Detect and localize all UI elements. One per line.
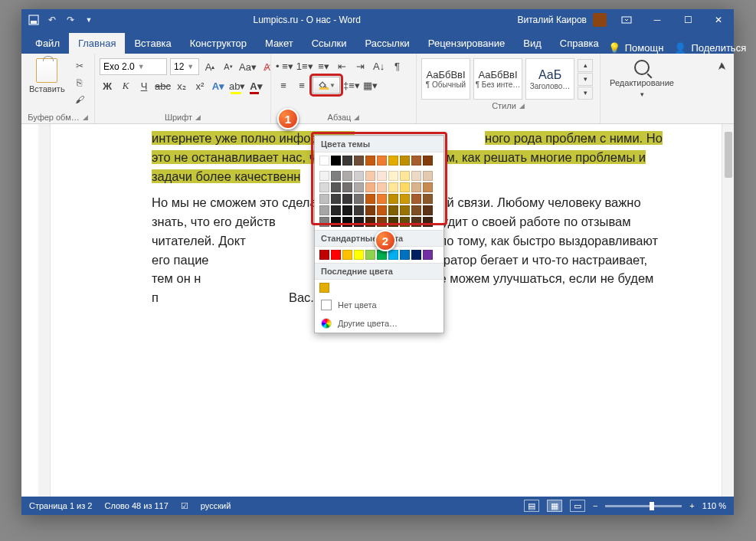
text-effects-icon[interactable]: A▾ [211,78,226,93]
zoom-slider[interactable] [605,505,682,507]
copy-icon[interactable]: ⎘ [71,75,88,90]
tab-references[interactable]: Ссылки [303,33,356,54]
tab-mailings[interactable]: Рассылки [355,33,418,54]
color-swatch[interactable] [354,217,364,227]
color-swatch[interactable] [388,182,398,192]
color-swatch[interactable] [342,217,352,227]
shading-button[interactable]: ▼ [313,77,340,93]
color-swatch[interactable] [319,156,329,166]
color-swatch[interactable] [423,171,433,181]
color-swatch[interactable] [365,217,375,227]
color-swatch[interactable] [400,205,410,215]
color-swatch[interactable] [319,250,329,260]
word-count[interactable]: Слово 48 из 117 [104,501,168,510]
sort-icon[interactable]: A↓ [371,58,387,74]
color-swatch[interactable] [342,250,352,260]
color-swatch[interactable] [354,194,364,204]
align-left-icon[interactable]: ≡ [276,77,291,93]
close-button[interactable]: ✕ [703,9,734,31]
cut-icon[interactable]: ✂ [71,58,88,74]
tab-home[interactable]: Главная [69,33,125,54]
color-swatch[interactable] [400,182,410,192]
grow-font-icon[interactable]: A▴ [202,59,218,74]
color-swatch[interactable] [319,283,329,293]
color-swatch[interactable] [388,156,398,166]
save-icon[interactable] [28,14,40,26]
dialog-launcher-icon[interactable]: ◢ [83,113,88,121]
highlight-color-icon[interactable]: ab▾ [229,78,245,93]
scroll-thumb[interactable] [725,132,732,178]
color-swatch[interactable] [411,205,421,215]
styles-gallery-icon[interactable]: ▾ [578,87,593,100]
color-swatch[interactable] [411,171,421,181]
color-swatch[interactable] [331,194,341,204]
minimize-button[interactable]: ─ [642,9,673,31]
color-swatch[interactable] [411,217,421,227]
bullets-icon[interactable]: • ≡▾ [276,58,293,74]
color-swatch[interactable] [354,156,364,166]
zoom-out-button[interactable]: − [593,501,597,510]
decrease-indent-icon[interactable]: ⇤ [335,58,350,74]
font-name-combo[interactable]: Exo 2.0▼ [100,58,167,75]
zoom-in-button[interactable]: + [689,501,694,510]
color-swatch[interactable] [319,205,329,215]
color-swatch[interactable] [377,217,387,227]
color-swatch[interactable] [388,171,398,181]
line-spacing-icon[interactable]: ‡≡▾ [343,77,360,93]
color-swatch[interactable] [411,156,421,166]
underline-button[interactable]: Ч [136,78,152,93]
color-swatch[interactable] [423,182,433,192]
qat-dropdown-icon[interactable]: ▼ [83,14,95,26]
color-swatch[interactable] [342,182,352,192]
borders-icon[interactable]: ▦▾ [363,77,378,93]
tab-insert[interactable]: Вставка [125,33,180,54]
color-swatch[interactable] [377,171,387,181]
dialog-launcher-icon[interactable]: ◢ [195,113,201,121]
color-swatch[interactable] [331,156,341,166]
style-normal[interactable]: АаБбВвІ¶ Обычный [421,58,470,100]
redo-icon[interactable]: ↷ [64,14,77,26]
vertical-scrollbar[interactable] [722,124,734,497]
color-swatch[interactable] [342,156,352,166]
tab-design[interactable]: Конструктор [181,33,256,54]
maximize-button[interactable]: ☐ [673,9,703,31]
color-swatch[interactable] [365,171,375,181]
align-center-icon[interactable]: ≡ [294,77,309,93]
font-color-icon[interactable]: A▾ [248,78,263,93]
color-swatch[interactable] [400,217,410,227]
zoom-thumb[interactable] [650,502,654,510]
language-indicator[interactable]: русский [201,501,231,510]
share-button[interactable]: 👤 Поделиться [674,42,746,54]
color-swatch[interactable] [342,171,352,181]
color-swatch[interactable] [354,171,364,181]
style-nospacing[interactable]: АаБбВвІ¶ Без инте… [473,58,522,100]
color-swatch[interactable] [423,194,433,204]
tab-review[interactable]: Рецензирование [419,33,514,54]
font-size-combo[interactable]: 12▼ [170,58,199,75]
print-layout-icon[interactable]: ▦ [547,500,562,512]
color-swatch[interactable] [342,194,352,204]
zoom-level[interactable]: 110 % [702,501,726,510]
shrink-font-icon[interactable]: A▾ [221,59,236,74]
tab-view[interactable]: Вид [514,33,551,54]
style-heading1[interactable]: АаБЗаголово… [525,58,574,100]
color-swatch[interactable] [411,194,421,204]
bold-button[interactable]: Ж [100,78,115,93]
styles-scroll-up-icon[interactable]: ▴ [578,59,593,72]
tell-me-button[interactable]: 💡 Помощн [608,42,664,54]
color-swatch[interactable] [331,250,341,260]
subscript-button[interactable]: x₂ [174,78,189,93]
color-swatch[interactable] [354,205,364,215]
dialog-launcher-icon[interactable]: ◢ [354,113,359,121]
color-swatch[interactable] [423,217,433,227]
tab-file[interactable]: Файл [26,33,69,54]
page-indicator[interactable]: Страница 1 из 2 [29,501,92,510]
color-swatch[interactable] [377,156,387,166]
color-swatch[interactable] [331,182,341,192]
color-swatch[interactable] [388,205,398,215]
color-swatch[interactable] [423,250,433,260]
color-swatch[interactable] [354,182,364,192]
color-swatch[interactable] [377,182,387,192]
color-swatch[interactable] [331,217,341,227]
show-marks-icon[interactable]: ¶ [390,58,405,74]
